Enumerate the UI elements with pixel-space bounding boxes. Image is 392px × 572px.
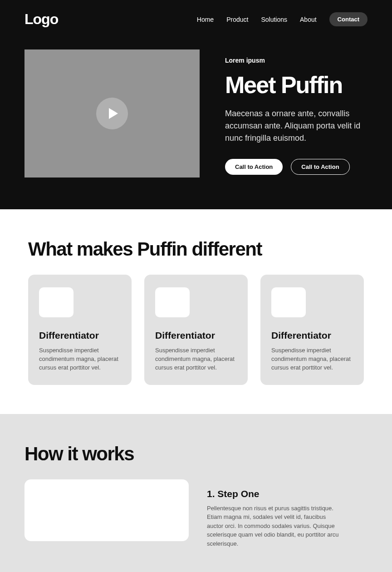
- cta-row: Call to Action Call to Action: [225, 159, 368, 175]
- nav-link-about[interactable]: About: [300, 16, 317, 23]
- contact-button[interactable]: Contact: [329, 12, 368, 26]
- card-description: Suspendisse imperdiet condimentum magna,…: [39, 346, 121, 372]
- diff-card: Differentiator Suspendisse imperdiet con…: [28, 275, 132, 385]
- card-image-placeholder: [155, 287, 190, 317]
- step-image-placeholder: [24, 479, 189, 541]
- card-description: Suspendisse imperdiet condimentum magna,…: [271, 346, 353, 372]
- card-title: Differentiator: [155, 330, 237, 341]
- logo[interactable]: Logo: [24, 11, 58, 28]
- hero-section: Logo Home Product Solutions About Contac…: [0, 0, 392, 209]
- nav-link-home[interactable]: Home: [197, 16, 214, 23]
- nav-link-product[interactable]: Product: [226, 16, 248, 23]
- hero-content: Lorem ipusm Meet Puffin Maecenas a ornar…: [24, 49, 368, 178]
- nav-link-solutions[interactable]: Solutions: [261, 16, 287, 23]
- card-title: Differentiator: [271, 330, 353, 341]
- top-nav: Logo Home Product Solutions About Contac…: [24, 11, 368, 28]
- nav-links: Home Product Solutions About Contact: [197, 12, 368, 26]
- hero-eyebrow: Lorem ipusm: [225, 57, 368, 64]
- video-placeholder[interactable]: [24, 49, 200, 178]
- diff-card: Differentiator Suspendisse imperdiet con…: [144, 275, 248, 385]
- card-image-placeholder: [39, 287, 74, 317]
- cta-primary-button[interactable]: Call to Action: [225, 159, 283, 175]
- hero-description: Maecenas a ornare ante, convallis accums…: [225, 108, 366, 144]
- card-description: Suspendisse imperdiet condimentum magna,…: [155, 346, 237, 372]
- step-text: 1. Step One Pellentesque non risus et pu…: [207, 479, 343, 548]
- how-section-title: How it works: [24, 443, 368, 465]
- diff-section-title: What makes Puffin different: [28, 238, 364, 260]
- card-title: Differentiator: [39, 330, 121, 341]
- play-icon: [109, 108, 118, 119]
- diff-cards: Differentiator Suspendisse imperdiet con…: [28, 275, 364, 385]
- card-image-placeholder: [271, 287, 306, 317]
- step-description: Pellentesque non risus et purus sagittis…: [207, 504, 343, 548]
- hero-title: Meet Puffin: [225, 71, 368, 99]
- how-it-works-section: How it works 1. Step One Pellentesque no…: [0, 414, 392, 572]
- step-one: 1. Step One Pellentesque non risus et pu…: [24, 479, 368, 548]
- differentiators-section: What makes Puffin different Differentiat…: [0, 209, 392, 414]
- play-button: [96, 98, 128, 129]
- cta-secondary-button[interactable]: Call to Action: [291, 159, 349, 175]
- diff-card: Differentiator Suspendisse imperdiet con…: [260, 275, 364, 385]
- hero-text: Lorem ipusm Meet Puffin Maecenas a ornar…: [225, 49, 368, 175]
- step-title: 1. Step One: [207, 488, 343, 499]
